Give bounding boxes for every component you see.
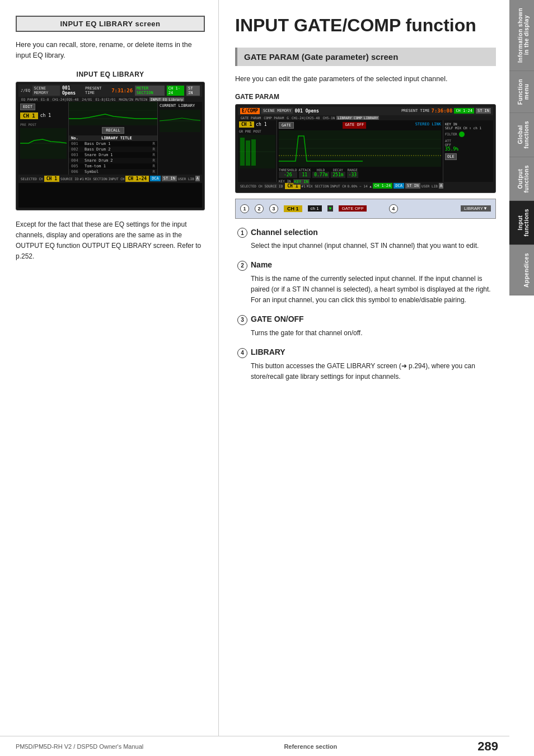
eq-ch-display: CH 1 ch 1 [20,112,67,119]
gate-bot-user: USER LIB [421,184,438,188]
eq-bot-dca: DCA [150,176,161,181]
gate-ch-range: CH 1-24 [454,108,474,114]
eq-edit-btn[interactable]: EDIT [20,104,35,110]
callout-4: 4 [389,204,398,213]
item-4-title: LIBRARY [251,348,285,356]
gate-left-svg [239,135,275,168]
gate-ole-btn[interactable]: OLE [445,153,457,160]
gate-threshold-val: -26 [279,172,297,178]
eq-pre-post: PRE POST [20,123,67,126]
eq-recall-btn[interactable]: RECALL [102,127,124,134]
svg-rect-8 [251,139,256,166]
sidebar-tab-function[interactable]: Functionmenu [509,71,534,113]
gate-off-btn[interactable]: GATE OFF [343,122,366,129]
numbered-item-3: 3 GATE ON/OFF Turns the gate for that ch… [235,314,496,339]
gate-present-label: PRESENT TIME [401,109,430,113]
left-body-text: Except for the fact that these are EQ se… [16,219,205,262]
eq-top-bar: ♪/EQ SCENE MEMORY 001 Opens PRESENT TIME… [18,84,202,97]
gate-hold-box: HOLD 0.77m [312,168,329,178]
diagram-strip: 1 2 3 CH 1 ch 1 ♥ GATE OFF 4 LIBRARY▼ [235,199,496,219]
gate-bot-mix: MIX SECTION [307,184,329,188]
gate-hold-label: HOLD [317,168,325,172]
item-1-heading: 1 Channel selection [237,228,496,238]
item-3-num: 3 [237,315,247,325]
eq-right-current: CURRENT LIBRARY [160,104,200,108]
gate-key-in-section: KEY IN SELF MIX CH ↑ ch 1 [445,122,491,130]
eq-nav-5: E1-8|E2/01 [94,97,116,101]
numbered-item-1: 1 Channel selection Select the input cha… [235,228,496,252]
list-item: 005 Tom-tom 1 R [69,163,157,169]
item-2-body: This is the name of the currently select… [237,274,496,306]
eq-bot-selected: SELECTED CH [21,177,43,181]
sidebar-tab-global[interactable]: Globalfunctions [509,113,534,157]
sidebar-tab-global-label: Globalfunctions [517,121,530,149]
eq-nav-2: E1-8 [40,97,50,101]
eq-bot-stin: ST IN [162,176,177,181]
strip-name: ch 1 [308,205,322,212]
eq-bot-ch1-2: CH 1-24 [125,176,149,182]
gate-bot-selected: SELECTED CH [240,184,263,188]
eq-bot-a: A [195,176,200,181]
eq-bot-mix: MIX SECTION [85,177,107,181]
eq-curve-area [69,102,157,125]
eq-nav-4: 24/01 [81,97,93,101]
sidebar-tab-input[interactable]: Inputfunctions [509,201,534,245]
list-item: 002 Bass Drum 2 R [69,147,157,152]
item-2-heading: 2 Name [237,260,496,271]
gate-att-val: 35.9% [445,147,458,152]
eq-bot-input: INPUT CH [109,177,125,181]
eq-nav-1: EQ PARAM [20,97,39,101]
item-2-title: Name [251,260,272,269]
gate-filter-label: FILTER [445,132,457,136]
strip-gate-off: GATE OFF [339,205,366,212]
callout-3: 3 [269,204,278,213]
gate-ch1: CH 1 [239,121,254,128]
item-4-body: This button accesses the GATE LIBRARY sc… [237,361,496,382]
gate-main-content: CH 1 ch 1 GR PRE POST [238,120,493,182]
gate-center-panel: GATE GATE OFF STEREO LINK [277,120,443,182]
eq-lib-title-header: LIBRARY TITLE [101,136,132,140]
gate-att-label: ATT [445,139,491,143]
gate-decay-val: 251m [331,172,345,178]
eq-present-label: PRESENT TIME [85,86,109,95]
item-3-title: GATE ON/OFF [251,314,304,323]
list-item: 003 Snare Drum 1 R [69,152,157,158]
left-section-title: INPUT EQ LIBRARY screen [16,16,205,32]
gate-btn[interactable]: GATE [279,122,294,129]
strip-library: LIBRARY▼ [461,205,491,212]
numbered-item-4: 4 LIBRARY This button accesses the GATE … [235,348,496,382]
gate-attack-box: ATTACK 11 [299,168,311,178]
gate-screen-label: GATE PARAM [235,93,496,101]
gate-mode-btn[interactable]: E/COMP [240,108,260,114]
item-2-num: 2 [237,261,247,271]
gate-key-in-source: SELF MIX CH ↑ ch 1 [445,126,491,130]
eq-bot-hash: #1 [80,177,84,181]
eq-bottom-bar: SELECTED CH CH 1 SOURCE ID #1 MIX SECTIO… [18,175,202,183]
gate-attack-val: 11 [299,172,311,178]
eq-library-area: No. LIBRARY TITLE 001 Bass Drum 1 R 002 … [69,135,157,175]
gate-range-val: -33 [347,172,358,178]
list-item: 006 Symbol R [69,169,157,175]
gate-ch1-name: ch 1 [256,122,266,127]
sidebar-tab-input-label: Inputfunctions [517,209,530,237]
item-1-body: Select the input channel (input channel,… [237,241,496,251]
eq-right-panel: CURRENT LIBRARY [157,102,202,175]
gate-bot-range: 0.00% ~ 14 ▲ [347,184,371,188]
right-intro-text: Here you can edit the gate parameters of… [235,74,496,84]
eq-bot-user: USER LIB [178,177,194,181]
callout-2: 2 [255,204,264,213]
sidebar-tab-output[interactable]: Outputfunctions [509,157,534,201]
right-sidebar: Information shownin the display Function… [509,0,534,756]
column-divider [218,0,219,736]
item-4-num: 4 [237,348,247,358]
sidebar-tab-appendices[interactable]: Appendices [509,245,534,296]
gate-key-in-row: KEY IN KEY IN [279,179,441,185]
gate-range-box: RANGE -33 [347,168,358,178]
sidebar-tab-information[interactable]: Information shownin the display [509,0,534,71]
strip-ch1: CH 1 [284,205,302,212]
eq-nav-6: MAIN/IN PUTEIN [118,97,149,101]
sidebar-tab-appendices-label: Appendices [523,253,530,288]
eq-recall-area: RECALL [69,125,157,135]
eq-curve-svg [69,102,157,125]
gate-ch-display: CH 1 ch 1 [239,121,275,128]
